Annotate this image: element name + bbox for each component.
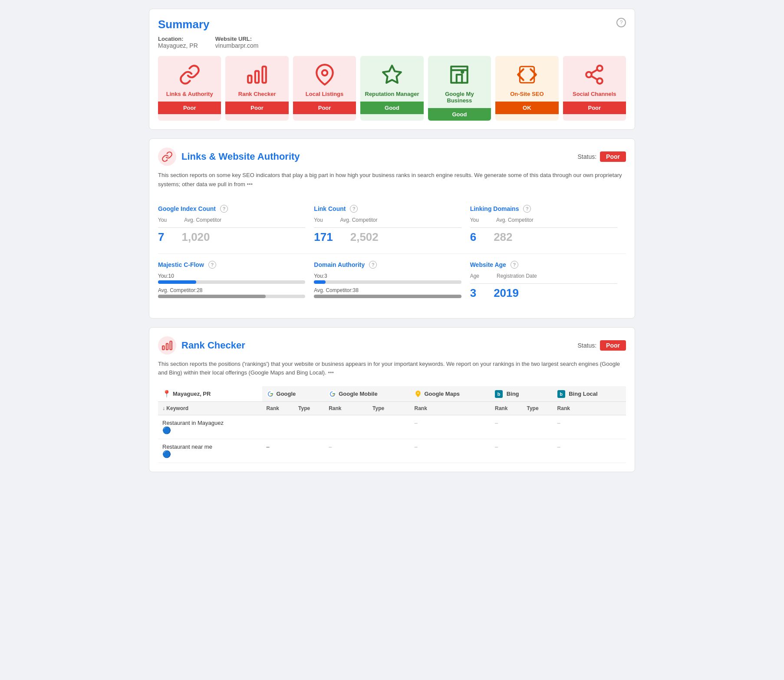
rank-checker-header: Rank Checker Status: Poor (158, 336, 626, 355)
summary-help-icon[interactable]: ? (616, 18, 626, 27)
links-authority-title: Links & Website Authority (181, 151, 300, 162)
rank-checker-section: Rank Checker Status: Poor This section r… (149, 327, 635, 473)
reg-date-value: 2019 (494, 286, 519, 300)
widget-label-google-my-business: Google My Business (432, 91, 487, 104)
links-authority-status: Status: Poor (578, 151, 626, 162)
you-bar-majestic-cflow: You:10 (158, 273, 305, 284)
bing-icon: b (495, 390, 503, 398)
link-icon (161, 151, 173, 162)
widget-local-listings[interactable]: Local Listings Poor (293, 56, 356, 121)
google-type-cell (294, 439, 324, 463)
bing-type-header: Type (522, 402, 553, 415)
summary-meta: Location: Mayaguez, PR Website URL: vinu… (158, 36, 258, 49)
svg-point-5 (462, 71, 464, 73)
google-mobile-rank-header: Rank (324, 402, 368, 415)
competitor-col-linking-domains: Avg. Competitor (496, 217, 534, 225)
you-bar-domain-authority: You:3 (314, 273, 461, 284)
links-authority-header: Links & Website Authority Status: Poor (158, 148, 626, 166)
bing-col-header: b Bing (491, 386, 553, 402)
comp-value-google-index-count: 1,020 (181, 230, 210, 244)
widget-on-site-seo[interactable]: On-Site SEO OK (495, 56, 558, 121)
location-col-header: 📍Mayaguez, PR (158, 386, 262, 402)
keyword-icon: 🔵 (162, 450, 171, 458)
widget-grid: Links & Authority Poor Rank Checker Poor… (158, 56, 626, 121)
rank-checker-title: Rank Checker (181, 340, 245, 351)
widget-label-reputation-manager: Reputation Manager (365, 91, 419, 97)
google-mobile-type-cell (368, 415, 410, 439)
comp-bar-domain-authority: Avg. Competitor:38 (314, 287, 461, 298)
google-mobile-rank-cell (324, 415, 368, 439)
svg-rect-14 (162, 346, 164, 350)
widget-reputation-manager[interactable]: Reputation Manager Good (360, 56, 423, 121)
competitor-col-google-index-count: Avg. Competitor (184, 217, 221, 225)
google-rank-header: Rank (262, 402, 294, 415)
bar-chart-icon (161, 340, 173, 351)
metric-title-majestic-cflow: Majestic C-Flow ? (158, 261, 305, 269)
widget-status-local-listings: Poor (293, 102, 356, 114)
metric-title-domain-authority: Domain Authority ? (314, 261, 461, 269)
google-type-cell (294, 415, 324, 439)
bing-rank-header: Rank (491, 402, 522, 415)
svg-rect-13 (166, 343, 168, 349)
google-maps-rank-cell: – (410, 439, 491, 463)
metric-help-domain-authority[interactable]: ? (369, 261, 377, 269)
you-col-link-count: You (314, 217, 323, 225)
bing-rank-cell: – (491, 415, 522, 439)
website-label: Website URL: (215, 36, 259, 42)
rank-more-dots[interactable]: ••• (328, 369, 334, 376)
metric-help-website-age[interactable]: ? (511, 261, 518, 269)
widget-social-channels[interactable]: Social Channels Poor (563, 56, 626, 121)
location-value: Mayaguez, PR (158, 42, 198, 49)
google-icon (267, 390, 274, 398)
widget-rank-checker[interactable]: Rank Checker Poor (225, 56, 288, 121)
google-mobile-type-cell (368, 439, 410, 463)
age-value: 3 (470, 286, 476, 300)
rank-checker-desc: This section reports the positions ('ran… (158, 360, 626, 378)
metric-help-link-count[interactable]: ? (350, 205, 358, 213)
svg-line-11 (591, 70, 597, 73)
google-rank-cell: – (262, 439, 294, 463)
summary-section: Summary Location: Mayaguez, PR Website U… (149, 9, 635, 130)
keyword-cell: Restaurant in Mayaguez🔵 (158, 415, 262, 439)
widget-label-links-authority: Links & Authority (166, 91, 213, 97)
metric-title-google-index-count: Google Index Count ? (158, 205, 305, 213)
widget-status-on-site-seo: OK (495, 102, 558, 114)
metric-google-index-count: Google Index Count ? You Avg. Competitor… (158, 198, 314, 254)
you-value-google-index-count: 7 (158, 230, 164, 244)
metric-help-google-index-count[interactable]: ? (220, 205, 228, 213)
widget-google-my-business[interactable]: Google My Business Good (428, 56, 491, 121)
bing-local-rank-cell: – (553, 439, 626, 463)
bing-type-cell (522, 415, 553, 439)
competitor-col-link-count: Avg. Competitor (340, 217, 378, 225)
metric-help-majestic-cflow[interactable]: ? (208, 261, 216, 269)
rank-checker-status: Status: Poor (578, 340, 626, 351)
google-mobile-rank-cell: – (324, 439, 368, 463)
widget-links-authority[interactable]: Links & Authority Poor (158, 56, 221, 121)
metric-website-age: Website Age ? Age Registration Date 3 20… (470, 254, 626, 309)
svg-rect-12 (170, 341, 172, 350)
more-dots[interactable]: ••• (247, 181, 253, 187)
svg-point-3 (322, 70, 327, 76)
links-authority-icon-circle (158, 148, 176, 166)
website-meta: Website URL: vinumbarpr.com (215, 36, 259, 49)
links-authority-status-badge: Poor (600, 151, 626, 162)
bing-rank-cell: – (491, 439, 522, 463)
bing-local-rank-cell: – (553, 415, 626, 439)
metric-row-link-count: You Avg. Competitor (314, 217, 461, 225)
keyword-header: ↓ Keyword (158, 402, 262, 415)
svg-rect-2 (248, 76, 251, 83)
rank-table-row: Restaurant near me🔵 – – – – – (158, 439, 626, 463)
you-value-link-count: 171 (314, 230, 333, 244)
comp-value-linking-domains: 282 (494, 230, 512, 244)
svg-rect-1 (255, 71, 259, 83)
metric-row-google-index-count: You Avg. Competitor (158, 217, 305, 225)
svg-rect-6 (520, 66, 534, 83)
location-label: Location: (158, 36, 198, 42)
bing-type-cell (522, 439, 553, 463)
maps-icon (414, 390, 422, 398)
website-value: vinumbarpr.com (215, 42, 259, 49)
rank-checker-icon-circle (158, 336, 176, 355)
metric-help-linking-domains[interactable]: ? (523, 205, 531, 213)
google-mobile-col-header: Google Mobile (324, 386, 410, 402)
svg-marker-4 (383, 66, 401, 83)
